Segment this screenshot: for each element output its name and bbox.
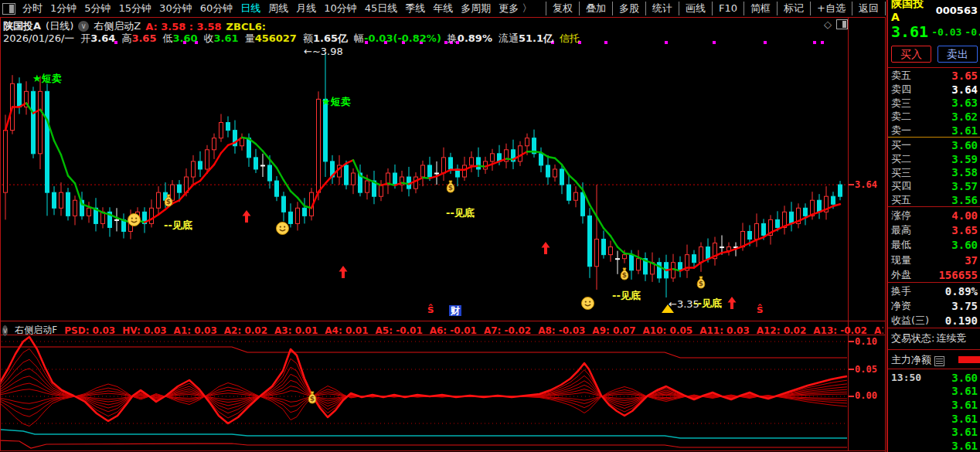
industry-tag: 信托	[560, 32, 580, 46]
tick-row: 3.61	[888, 439, 980, 452]
sub-axis-tick-0: 0.10	[855, 336, 886, 347]
smiley-face-icon	[581, 297, 594, 310]
row-label: 卖二	[891, 110, 911, 124]
period-tab[interactable]: 季线	[405, 2, 425, 15]
last-price: 3.61	[891, 22, 928, 41]
toolbar-button[interactable]: 叠加	[579, 2, 612, 15]
split-window-icon[interactable]	[836, 19, 848, 29]
toolbar-button[interactable]: F10	[712, 2, 744, 15]
quote-row[interactable]: 买三3.58	[888, 166, 980, 180]
sub-indicator-value: A10: 0.05	[643, 325, 693, 336]
price-change: -0.03	[931, 26, 961, 38]
main-net-bar	[958, 356, 980, 363]
sub-indicator-header: ∨ 右侧启动F PSD: 0.03HV: 0.03A1: 0.03A2: 0.0…	[2, 324, 883, 337]
period-tab[interactable]: 月线	[296, 2, 316, 15]
quote-row[interactable]: 买二3.59	[888, 152, 980, 166]
price-axis-label: 3.64	[855, 179, 886, 190]
buy-button[interactable]: 买入	[891, 46, 931, 63]
sub-indicator-value: A4: 0.01	[325, 325, 368, 336]
toolbar-button[interactable]: 返回	[852, 2, 886, 15]
row-value: 3.61	[951, 124, 978, 137]
row-label: 涨停	[891, 209, 911, 223]
period-tab[interactable]: 周线	[268, 2, 288, 15]
period-tab[interactable]: 10分钟	[324, 2, 357, 15]
tick-price: 3.61	[951, 385, 978, 397]
sell-button[interactable]: 卖出	[937, 46, 978, 63]
row-label: 卖五	[891, 69, 911, 83]
toolbar-button[interactable]: 简框	[744, 2, 777, 15]
collapse-sub-indicator-icon[interactable]: ∨	[2, 325, 8, 336]
row-value: 3.65	[951, 224, 978, 236]
layout-panel-icon[interactable]	[2, 3, 15, 15]
row-value: 3.63	[951, 97, 978, 109]
row-label: 外盘	[891, 268, 911, 282]
s-signal-marker: ŝ	[427, 303, 434, 315]
sub-indicator-value: A9: 0.07	[592, 325, 635, 336]
period-tab[interactable]: 分时	[22, 2, 43, 15]
quote-row[interactable]: 净资3.75	[888, 298, 980, 313]
quote-row[interactable]: 涨停4.00	[888, 208, 980, 223]
period-tab[interactable]: 30分钟	[159, 2, 192, 15]
tick-time: 13:50	[891, 372, 921, 383]
period-tabs: 分时1分钟5分钟15分钟30分钟60分钟日线周线月线10分钟45日线季线年线多周…	[19, 2, 536, 15]
quote-row[interactable]: 卖一3.61	[888, 124, 980, 138]
sub-indicator-value: A13: -0.02	[813, 325, 867, 336]
toolbar-button[interactable]: 画线	[679, 2, 712, 15]
period-tab[interactable]: 更多 〉	[499, 2, 532, 15]
svg-text:$: $	[622, 271, 627, 279]
up-arrow-signal-icon	[541, 242, 554, 255]
period-tab[interactable]: 5分钟	[84, 2, 111, 15]
bottom-signal-label: --见底	[612, 289, 641, 303]
period-tab[interactable]: 60分钟	[200, 2, 233, 15]
toolbar-button[interactable]: +自选	[810, 2, 852, 15]
row-value: 4.00	[951, 209, 978, 222]
row-label: 卖一	[891, 124, 911, 138]
sub-axis-tick-1: 0.05	[855, 364, 886, 375]
tick-price: 3.61	[951, 413, 978, 425]
quote-row[interactable]: 换手0.89%	[888, 284, 980, 298]
quote-row[interactable]: 现量37	[888, 253, 980, 267]
quote-row[interactable]: 卖三3.63	[888, 97, 980, 110]
trade-status-label: 交易状态:	[891, 331, 934, 345]
money-bag-icon: $	[695, 276, 708, 289]
tick-row: 3.61	[888, 385, 980, 399]
quote-row[interactable]: 买四3.57	[888, 179, 980, 193]
sub-axis-tick-2: 0.00	[855, 390, 886, 401]
period-tab[interactable]: 年线	[433, 2, 453, 15]
quote-row[interactable]: 卖五3.65	[888, 69, 980, 83]
row-label: 收益(三)	[891, 314, 929, 328]
period-tab[interactable]: 15分钟	[119, 2, 152, 15]
quote-row[interactable]: 买五3.56	[888, 193, 980, 207]
toolbar-button[interactable]: 标记	[777, 2, 810, 15]
period-tab[interactable]: 1分钟	[50, 2, 77, 15]
quote-row[interactable]: 卖四3.64	[888, 83, 980, 97]
toolbar-button[interactable]: 复权	[546, 2, 579, 15]
svg-text:$: $	[448, 184, 453, 192]
quote-row[interactable]: 卖二3.62	[888, 110, 980, 124]
quote-row[interactable]: 收益(三)0.190	[888, 313, 980, 328]
toolbar-button[interactable]: 多股	[612, 2, 645, 15]
row-label: 买三	[891, 166, 911, 180]
period-tab[interactable]: 日线	[240, 2, 260, 15]
period-tab[interactable]: 多周期	[461, 2, 491, 15]
collapse-main-indicator-icon[interactable]: ∨	[78, 21, 89, 32]
main-net-detail-icon[interactable]	[934, 356, 944, 366]
row-value: 3.62	[951, 110, 978, 123]
quote-stock-code: 000563	[936, 5, 978, 16]
short-sell-signal: ★短卖	[322, 95, 351, 109]
svg-text:$: $	[166, 198, 171, 206]
price-change-pct: -0.82	[965, 26, 980, 38]
toolbar-buttons: 复权叠加多股统计画线F10简框标记+自选返回	[546, 0, 886, 17]
row-label: 卖三	[891, 97, 911, 110]
diamond-marker-icon[interactable]: ◇	[824, 19, 832, 30]
period-tab[interactable]: 45日线	[365, 2, 398, 15]
quote-row[interactable]: 买一3.60	[888, 138, 980, 152]
toolbar-button[interactable]: 统计	[645, 2, 679, 15]
peak-price-label: ←~3.98	[304, 46, 343, 57]
ohlc-field: 高3.65	[121, 32, 156, 46]
money-bag-icon: $	[618, 267, 631, 280]
quote-row[interactable]: 最高3.65	[888, 223, 980, 237]
bottom-signal-label: --见底	[693, 297, 722, 311]
quote-row[interactable]: 最低3.60	[888, 238, 980, 253]
quote-row[interactable]: 外盘156655	[888, 268, 980, 283]
